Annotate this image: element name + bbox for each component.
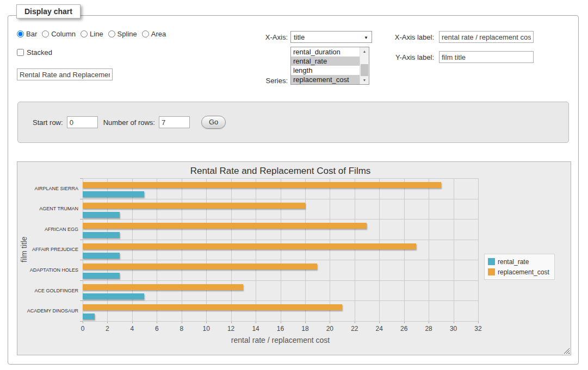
bar-rental_rate — [83, 293, 144, 299]
x-axis-selected-value: title — [294, 33, 305, 41]
scroll-down-icon[interactable]: ▼ — [360, 76, 369, 84]
x-axis-tick-label: 24 — [368, 325, 390, 333]
y-axis-category-label: ACE GOLDFINGER — [21, 280, 78, 301]
x-axis-label-input[interactable] — [439, 31, 534, 43]
y-axis-label-caption: Y-Axis label: — [365, 53, 434, 61]
plot-area: 02468101214161820222426283032AIRPLANE SI… — [83, 178, 478, 321]
bar-rental_rate — [83, 212, 120, 218]
bar-replacement_cost — [83, 203, 305, 209]
x-axis-tick-label: 6 — [146, 325, 168, 333]
chart-type-radio-bar[interactable] — [17, 30, 24, 37]
legend-swatch-rental_rate — [488, 258, 495, 265]
grid-line-vertical — [379, 178, 380, 321]
grid-line-vertical — [478, 178, 479, 321]
x-axis-tick-label: 26 — [393, 325, 415, 333]
bar-replacement_cost — [83, 264, 317, 269]
series-option-rental_rate[interactable]: rental_rate — [291, 57, 360, 66]
stacked-checkbox[interactable] — [17, 49, 24, 56]
y-axis-label-input[interactable] — [439, 51, 534, 63]
grid-line-vertical — [305, 178, 306, 321]
series-listbox[interactable]: rental_durationrental_ratelengthreplacem… — [290, 47, 369, 85]
series-option-rental_duration[interactable]: rental_duration — [291, 47, 360, 57]
grid-line-vertical — [330, 178, 330, 321]
grid-line-vertical — [404, 178, 405, 321]
grid-line-vertical — [182, 178, 182, 321]
x-axis-tick-label: 0 — [72, 325, 94, 333]
grid-line-vertical — [429, 178, 429, 321]
chart-type-radio-area[interactable] — [142, 30, 149, 37]
bar-rental_rate — [83, 313, 95, 319]
x-axis-tick-label: 14 — [245, 325, 267, 333]
grid-line-horizontal — [83, 178, 478, 179]
x-axis-tick-label: 18 — [294, 325, 316, 333]
grid-line-vertical — [231, 178, 232, 321]
y-axis-tick — [80, 300, 83, 301]
resize-handle-icon[interactable] — [564, 348, 570, 354]
chart-type-label: Bar — [26, 30, 37, 38]
y-axis-tick — [80, 178, 83, 179]
x-axis-select[interactable]: title ▼ — [290, 31, 372, 43]
chart-type-option-bar[interactable]: Bar — [17, 30, 37, 38]
grid-line-horizontal — [83, 199, 478, 199]
start-row-input[interactable] — [67, 116, 98, 128]
series-option-length[interactable]: length — [291, 66, 360, 75]
grid-line-vertical — [107, 178, 108, 321]
x-axis-label-caption: X-Axis label: — [365, 33, 434, 41]
x-axis-tick-label: 30 — [443, 325, 465, 333]
grid-line-vertical — [206, 178, 207, 321]
bar-rental_rate — [83, 191, 144, 197]
x-axis-tick-label: 10 — [195, 325, 217, 333]
legend-item-replacement_cost[interactable]: replacement_cost — [488, 267, 549, 277]
start-row-label: Start row: — [33, 118, 63, 127]
chart-title-input[interactable] — [17, 68, 113, 80]
series-option-replacement_cost[interactable]: replacement_cost — [291, 75, 360, 84]
chart-type-label: Area — [151, 30, 166, 38]
grid-line-horizontal — [83, 219, 478, 220]
y-axis-category-label: AIRPLANE SIERRA — [21, 178, 78, 199]
grid-line-horizontal — [83, 280, 478, 281]
go-button[interactable]: Go — [201, 116, 226, 129]
y-axis-tick — [80, 219, 83, 220]
grid-line-vertical — [157, 178, 157, 321]
number-of-rows-input[interactable] — [159, 116, 190, 128]
chart-type-radio-line[interactable] — [81, 30, 88, 37]
chart-type-option-column[interactable]: Column — [42, 30, 76, 38]
bar-replacement_cost — [83, 284, 243, 290]
grid-line-vertical — [281, 178, 281, 321]
bar-rental_rate — [83, 232, 120, 238]
y-axis-category-label: ADAPTATION HOLES — [21, 260, 78, 280]
scrollbar-thumb[interactable] — [361, 64, 368, 76]
legend-swatch-replacement_cost — [488, 268, 495, 275]
number-of-rows-label: Number of rows: — [103, 118, 155, 127]
grid-line-horizontal — [83, 260, 478, 260]
chart-legend: rental_ratereplacement_cost — [484, 254, 555, 280]
chart-title: Rental Rate and Replacement Cost of Film… — [83, 166, 478, 177]
legend-item-rental_rate[interactable]: rental_rate — [488, 256, 549, 267]
x-axis-tick-label: 16 — [270, 325, 292, 333]
x-axis-tick-label: 12 — [220, 325, 242, 333]
bar-replacement_cost — [83, 223, 367, 229]
chart-type-radio-spline[interactable] — [108, 30, 115, 37]
chart-type-option-area[interactable]: Area — [142, 30, 166, 38]
chart-type-option-spline[interactable]: Spline — [108, 30, 137, 38]
y-axis-tick — [80, 280, 83, 281]
legend-label-replacement_cost: replacement_cost — [498, 268, 549, 276]
grid-line-horizontal — [83, 240, 478, 240]
bar-rental_rate — [83, 273, 120, 279]
bar-rental_rate — [83, 253, 120, 259]
row-range-controls: Start row: Number of rows: Go — [33, 116, 226, 129]
grid-line-horizontal — [83, 300, 478, 301]
x-axis-title: rental rate / replacement cost — [83, 336, 478, 344]
x-axis-tick — [478, 321, 479, 323]
display-chart-fieldset: Display chart BarColumnLineSplineArea St… — [8, 15, 579, 365]
y-axis-category-label: AGENT TRUMAN — [21, 199, 78, 220]
x-axis-tick-label: 22 — [344, 325, 366, 333]
series-caption: Series: — [237, 77, 288, 85]
grid-line-vertical — [83, 178, 83, 321]
y-axis-tick — [80, 199, 83, 199]
chart-type-option-line[interactable]: Line — [81, 30, 103, 38]
bar-replacement_cost — [83, 182, 441, 188]
fieldset-legend: Display chart — [16, 4, 81, 18]
chart-type-radio-column[interactable] — [42, 30, 49, 37]
x-axis-tick-label: 32 — [467, 325, 489, 333]
